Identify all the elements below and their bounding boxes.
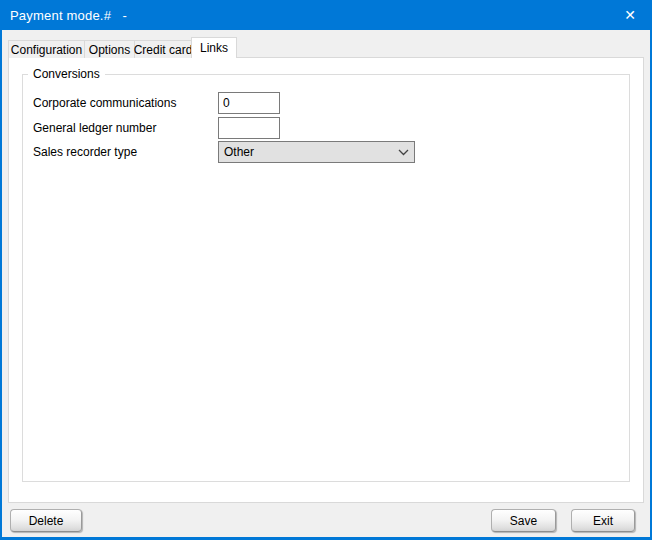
exit-button-label: Exit (593, 514, 613, 528)
tab-credit-card-label: Credit card (134, 43, 193, 57)
delete-button-label: Delete (29, 514, 64, 528)
general-ledger-number-label: General ledger number (33, 117, 156, 139)
payment-mode-dialog: Payment mode.# - ✕ Configuration Options… (0, 0, 652, 540)
sales-recorder-type-label: Sales recorder type (33, 141, 137, 163)
tab-configuration-label: Configuration (11, 43, 82, 57)
delete-button[interactable]: Delete (10, 509, 82, 532)
tab-options[interactable]: Options (84, 40, 135, 58)
sales-recorder-type-select[interactable]: Other (218, 141, 415, 163)
close-button[interactable]: ✕ (610, 0, 650, 30)
sales-recorder-type-value: Other (219, 145, 392, 159)
save-button[interactable]: Save (491, 509, 556, 532)
tab-configuration[interactable]: Configuration (8, 40, 85, 58)
tab-credit-card[interactable]: Credit card (134, 40, 192, 58)
general-ledger-number-input[interactable] (218, 117, 280, 139)
window-title: Payment mode.# - (10, 8, 127, 23)
close-icon: ✕ (624, 7, 636, 23)
tab-options-label: Options (89, 43, 130, 57)
exit-button[interactable]: Exit (571, 509, 635, 532)
window-border-left (0, 30, 2, 540)
chevron-down-icon (392, 149, 414, 156)
tab-links[interactable]: Links (191, 37, 237, 58)
corporate-communications-input[interactable] (218, 92, 280, 114)
conversions-group-title: Conversions (28, 67, 105, 81)
title-bar[interactable]: Payment mode.# - (0, 0, 652, 30)
tab-links-label: Links (200, 41, 228, 55)
save-button-label: Save (510, 514, 537, 528)
corporate-communications-label: Corporate communications (33, 92, 176, 114)
